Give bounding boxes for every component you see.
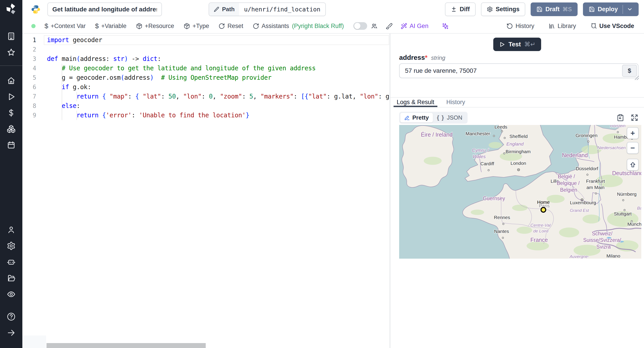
line-number: 2 [22,45,36,54]
arrow-right-icon[interactable] [6,328,16,338]
add-type-button[interactable]: +Type [184,23,209,30]
path-chip[interactable]: Path u/henri/find_location [209,3,326,16]
map-marker-label: Home [537,200,550,205]
users-icon[interactable] [371,23,378,30]
library-button[interactable]: Library [548,23,576,30]
map-label: Frankfurt [586,179,605,184]
map-label: België / [558,173,575,179]
format-brush-icon[interactable] [386,23,393,30]
map-label: Grand Est [570,208,589,213]
test-button[interactable]: Test ⌘↵ [493,38,541,51]
map-label: Groningen [576,133,598,138]
map-city-dot [504,137,506,139]
star-icon[interactable] [6,48,16,57]
home-arrow-icon [630,161,636,168]
use-vscode-button[interactable]: Use VScode [590,23,634,30]
assistants-button[interactable]: Assistants (Pyright Black Ruff) [253,23,344,30]
robot-icon[interactable] [6,257,16,267]
map-controls: + − [627,127,639,171]
indent-guide [76,92,77,101]
draft-button[interactable]: Draft ⌘S [531,3,578,16]
address-input[interactable] [399,63,638,78]
package-icon [136,23,142,29]
map-label: Luxembourg [570,200,596,205]
sidebar [0,0,22,348]
path-edit[interactable]: Path [209,3,239,16]
status-dot [31,24,36,28]
code-line-3[interactable]: 3def main(address: str) -> dict: [22,54,390,64]
reset-button[interactable]: Reset [218,23,243,30]
diff-icon [451,6,457,12]
map-label: England [506,141,524,146]
library-icon [548,23,555,29]
code-line-5[interactable]: 5 g = geocoder.osm(address) # Using Open… [22,73,390,82]
dollar-icon[interactable] [6,108,16,118]
copy-result-icon[interactable] [616,114,624,122]
view-json-button[interactable]: { } JSON [433,113,466,122]
code-editor[interactable]: 1import geocoder23def main(address: str)… [22,34,390,348]
map-canvas: LeedsManchesterSheffieldBirminghamCardif… [399,125,641,259]
calendar-icon[interactable] [6,140,16,150]
multiplayer-toggle[interactable] [353,22,367,30]
map-label: Düsseldorf [576,166,598,171]
map-label: Suisse/Svizzera/ [583,237,622,243]
folder-icon[interactable] [6,273,16,283]
tab-history[interactable]: History [443,98,468,107]
horizontal-scrollbar[interactable] [46,343,206,348]
code-line-6[interactable]: 6 if g.ok: [22,82,390,92]
map-label: München [628,222,641,227]
result-map[interactable]: LeedsManchesterSheffieldBirminghamCardif… [399,125,641,259]
map-label: Sheffield [510,134,528,139]
package-icon [184,23,190,29]
history-button[interactable]: History [506,23,534,30]
input-resize-handle[interactable] [635,76,639,80]
windmill-logo-icon[interactable] [5,3,18,15]
script-title-input[interactable] [48,3,162,16]
code-line-7[interactable]: 7 return { "map": { "lat": 50, "lon": 0,… [22,92,390,101]
map-label: Leeds [494,125,507,129]
code-line-2[interactable]: 2 [22,45,390,54]
boxes-icon[interactable] [6,124,16,134]
play-icon [499,41,505,48]
code-line-9[interactable]: 9 return {'error': 'Unable to find the l… [22,111,390,120]
play-icon[interactable] [6,92,16,102]
chevron-down-icon[interactable] [627,6,633,12]
view-pretty-button[interactable]: Pretty [400,113,433,122]
map-label: de Loire [533,229,549,233]
expand-result-icon[interactable] [630,114,638,122]
line-number: 1 [22,35,36,45]
eye-icon[interactable] [6,289,16,299]
map-label: Milano [606,253,620,258]
settings-icon[interactable] [6,241,16,251]
code-line-8[interactable]: 8 else: [22,101,390,111]
map-home-marker[interactable] [541,208,546,212]
map-city-dot [488,169,490,171]
sparkles-icon[interactable] [442,23,449,30]
map-label: Nederland [562,152,588,158]
vscode-icon [590,23,597,29]
reset-view-button[interactable] [627,159,639,171]
line-content: # Use geocoder to get the latitude and l… [47,64,316,73]
map-label: Bayern [637,206,641,211]
line-content: if g.ok: [47,82,91,92]
help-icon[interactable] [6,312,16,321]
code-line-4[interactable]: 4 # Use geocoder to get the latitude and… [22,64,390,73]
insert-variable-button[interactable]: $ [622,65,637,77]
ai-gen-button[interactable]: AI Gen [401,23,428,30]
user-icon[interactable] [6,225,16,235]
code-line-1[interactable]: 1import geocoder [22,35,390,45]
deploy-button[interactable]: Deploy [583,3,639,16]
zoom-out-button[interactable]: − [627,142,639,154]
tab-logs-result[interactable]: Logs & Result [394,98,438,107]
test-panel: Test ⌘↵ address* string $ Logs & Result … [390,34,644,348]
home-icon[interactable] [6,76,16,86]
add-context-var-button[interactable]: $ +Context Var [44,22,86,30]
zoom-in-button[interactable]: + [627,127,639,139]
diff-button[interactable]: Diff [445,3,476,16]
line-content: g = geocoder.osm(address) # Using OpenSt… [47,73,272,82]
buildings-icon[interactable] [6,31,16,41]
line-content: return { "map": { "lat": 50, "lon": 0, "… [47,92,389,101]
settings-button[interactable]: Settings [481,3,526,16]
add-variable-button[interactable]: $ +Variable [95,22,126,30]
add-resource-button[interactable]: +Resource [136,23,174,30]
